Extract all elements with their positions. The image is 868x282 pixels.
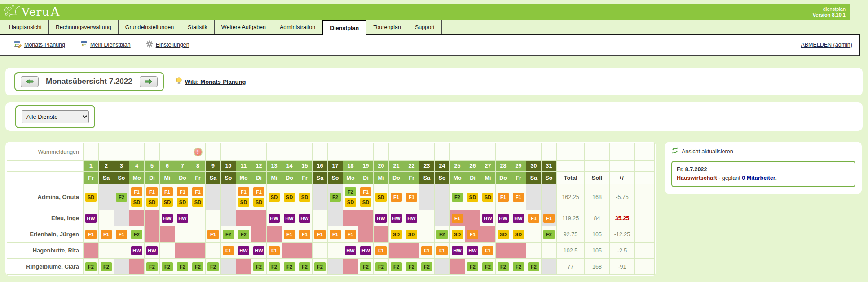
shift-cell[interactable]: F2 [221, 226, 236, 243]
toolbar-item-mein-dienstplan[interactable]: Mein Dienstplan [80, 40, 131, 49]
shift-cell[interactable]: F2 [511, 259, 526, 275]
shift-cell[interactable]: SD [267, 184, 282, 210]
shift-cell[interactable] [114, 243, 129, 259]
shift-cell[interactable]: F1SD [190, 184, 206, 210]
shift-cell[interactable] [99, 210, 114, 226]
shift-cell[interactable]: F1 [114, 226, 129, 243]
shift-cell[interactable] [526, 243, 542, 259]
shift-cell[interactable]: HW [358, 243, 374, 259]
logout-link[interactable]: ABMELDEN (admin) [801, 42, 852, 48]
shift-cell[interactable]: F1SD [358, 184, 374, 210]
shift-cell[interactable] [99, 184, 114, 210]
shift-cell[interactable] [343, 259, 358, 275]
shift-cell[interactable]: HW [297, 210, 313, 226]
shift-cell[interactable] [389, 243, 404, 259]
shift-cell[interactable] [465, 210, 480, 226]
shift-cell[interactable]: HW [404, 210, 419, 226]
shift-cell[interactable]: SD [374, 184, 389, 210]
shift-cell[interactable] [160, 226, 175, 243]
shift-cell[interactable]: F2 [496, 259, 511, 275]
shift-cell[interactable] [542, 259, 557, 275]
previous-month-button[interactable] [21, 76, 39, 87]
shift-cell[interactable]: HW [511, 210, 526, 226]
shift-cell[interactable] [343, 210, 358, 226]
tab-hauptansicht[interactable]: Hauptansicht [2, 20, 49, 34]
shift-cell[interactable] [145, 210, 160, 226]
shift-cell[interactable] [374, 226, 389, 243]
shift-cell[interactable] [313, 210, 328, 226]
shift-cell[interactable] [99, 243, 114, 259]
refresh-view-link[interactable]: Ansicht aktualisieren [671, 147, 855, 156]
warning-icon[interactable]: ! [194, 148, 203, 156]
shift-cell[interactable]: F2 [129, 226, 145, 243]
shift-cell[interactable]: F2 [358, 259, 374, 275]
shift-cell[interactable]: F2 [465, 259, 480, 275]
shift-cell[interactable]: F1 [267, 243, 282, 259]
tab-administration[interactable]: Administration [273, 20, 322, 34]
shift-cell[interactable] [175, 226, 190, 243]
shift-cell[interactable]: F1 [374, 243, 389, 259]
shift-cell[interactable]: F1SD [160, 184, 175, 210]
shift-cell[interactable]: HW [129, 243, 145, 259]
shift-cell[interactable]: F2 [145, 259, 160, 275]
shift-cell[interactable]: HW [145, 243, 160, 259]
shift-cell[interactable]: F2 [175, 259, 190, 275]
shift-cell[interactable] [145, 226, 160, 243]
shift-cell[interactable]: F2 [480, 259, 496, 275]
shift-cell[interactable]: F2 [99, 259, 114, 275]
shift-cell[interactable]: SD [511, 226, 526, 243]
shift-cell[interactable]: F1 [99, 226, 114, 243]
shift-cell[interactable] [328, 259, 343, 275]
shift-cell[interactable] [221, 210, 236, 226]
shift-cell[interactable]: F1 [313, 226, 328, 243]
shift-cell[interactable]: SD [84, 184, 99, 210]
shift-cell[interactable] [114, 259, 129, 275]
tab-support[interactable]: Support [408, 20, 442, 34]
shift-cell[interactable]: F1 [282, 226, 297, 243]
shift-cell[interactable] [114, 210, 129, 226]
tab-statistik[interactable]: Statistik [181, 20, 215, 34]
shift-cell[interactable]: HW [450, 243, 465, 259]
shift-cell[interactable]: F1SD [129, 184, 145, 210]
shift-cell[interactable] [206, 243, 221, 259]
shift-cell[interactable]: F2 [206, 259, 221, 275]
shift-cell[interactable]: SD [297, 184, 313, 210]
shift-cell[interactable]: HW [175, 210, 190, 226]
tab-grundeinstellungen[interactable]: Grundeinstellungen [119, 20, 181, 34]
shift-cell[interactable]: F2 [389, 259, 404, 275]
shift-cell[interactable]: F1 [343, 226, 358, 243]
shift-cell[interactable]: F2 [84, 259, 99, 275]
shift-cell[interactable]: F2 [542, 226, 557, 243]
shift-cell[interactable]: F2 [160, 259, 175, 275]
shift-cell[interactable]: F1 [221, 243, 236, 259]
shift-cell[interactable] [328, 243, 343, 259]
shift-cell[interactable]: F1SD [251, 184, 267, 210]
shift-cell[interactable] [251, 226, 267, 243]
shift-cell[interactable] [190, 243, 206, 259]
shift-cell[interactable]: HW [160, 210, 175, 226]
shift-cell[interactable]: F1 [84, 226, 99, 243]
shift-cell[interactable]: F2 [435, 226, 450, 243]
shift-cell[interactable] [129, 259, 145, 275]
shift-cell[interactable] [313, 184, 328, 210]
shift-cell[interactable]: F1 [450, 210, 465, 226]
tab-dienstplan[interactable]: Dienstplan [322, 20, 366, 35]
shift-cell[interactable]: F2 [267, 259, 282, 275]
shift-cell[interactable] [175, 243, 190, 259]
shift-cell[interactable] [542, 184, 557, 210]
shift-cell[interactable]: HW [282, 210, 297, 226]
shift-cell[interactable]: HW [465, 243, 480, 259]
shift-cell[interactable] [419, 226, 435, 243]
shift-cell[interactable]: HW [374, 210, 389, 226]
shift-cell[interactable]: HW [267, 210, 282, 226]
shift-cell[interactable]: F1 [206, 226, 221, 243]
shift-cell[interactable]: F1 [542, 210, 557, 226]
shift-cell[interactable]: HW [251, 243, 267, 259]
shift-cell[interactable] [358, 226, 374, 243]
tab-rechnungsverwaltung[interactable]: Rechnungsverwaltung [49, 20, 119, 34]
toolbar-item-einstellungen[interactable]: Einstellungen [146, 40, 189, 49]
wiki-link[interactable]: Wiki: Monats-Planung [176, 77, 246, 87]
shift-cell[interactable]: F1SD [236, 184, 251, 210]
shift-cell[interactable] [297, 243, 313, 259]
shift-cell[interactable]: F2 [328, 184, 343, 210]
